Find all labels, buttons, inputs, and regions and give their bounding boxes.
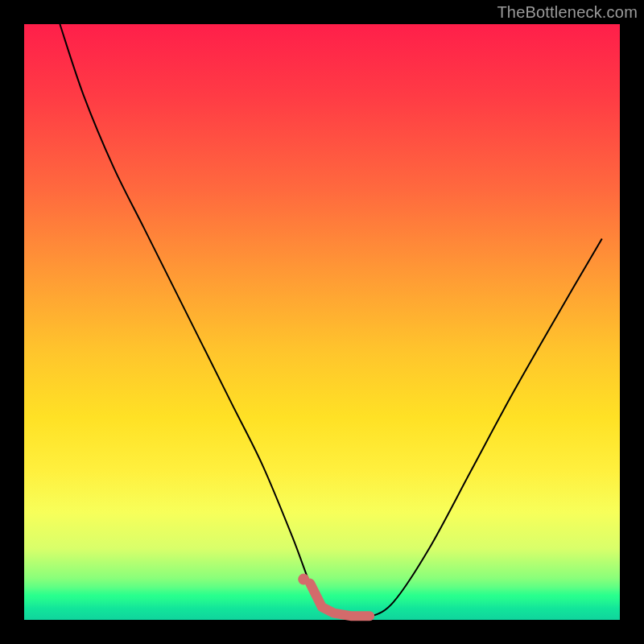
- bottleneck-curve-path: [60, 24, 601, 618]
- watermark-text: TheBottleneck.com: [497, 3, 638, 22]
- optimal-range-dot: [298, 574, 309, 585]
- optimal-range-mark: [310, 584, 369, 617]
- chart-svg: [24, 24, 620, 620]
- chart-frame: TheBottleneck.com: [0, 0, 644, 644]
